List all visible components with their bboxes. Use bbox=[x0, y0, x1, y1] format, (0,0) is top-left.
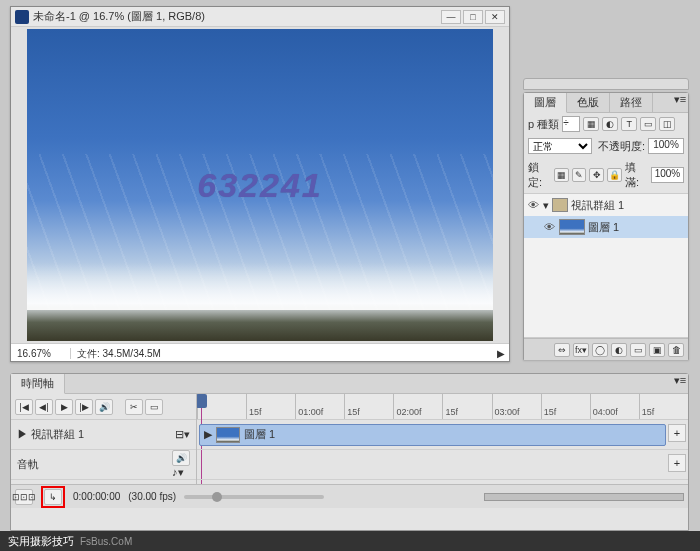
layers-panel: 圖層 色版 路徑 ▾≡ p 種類 ÷ ▦ ◐ T ▭ ◫ 正常 不透明度: 10… bbox=[523, 92, 689, 360]
group-icon[interactable]: ▭ bbox=[630, 343, 646, 357]
lock-all-icon[interactable]: 🔒 bbox=[607, 168, 622, 182]
layers-footer: ⇔ fx▾ ◯ ◐ ▭ ▣ 🗑 bbox=[524, 338, 688, 360]
layer-thumb bbox=[559, 219, 585, 235]
prev-frame-button[interactable]: ◀| bbox=[35, 399, 53, 415]
timeline-footer: ⊡⊡⊡ ↳ 0:00:00:00 (30.00 fps) bbox=[11, 484, 688, 508]
ruler-tick: 03:00f bbox=[492, 394, 541, 419]
audio-track-row[interactable]: + bbox=[197, 450, 688, 480]
panel-menu-icon[interactable]: ▾≡ bbox=[672, 93, 688, 112]
go-start-button[interactable]: |◀ bbox=[15, 399, 33, 415]
document-statusbar: 16.67% 文件: 34.5M/34.5M ▶ bbox=[11, 343, 509, 363]
timeline-tracks-area[interactable]: 15f 01:00f 15f 02:00f 15f 03:00f 15f 04:… bbox=[197, 394, 688, 484]
timeline-tabs: 時間軸 ▾≡ bbox=[11, 374, 688, 394]
status-arrow-icon[interactable]: ▶ bbox=[493, 348, 509, 359]
opacity-value[interactable]: 100% bbox=[648, 138, 684, 154]
video-track-name: 視訊群組 1 bbox=[31, 428, 84, 440]
filter-shape-icon[interactable]: ▭ bbox=[640, 117, 656, 131]
minimize-button[interactable]: — bbox=[441, 10, 461, 24]
tab-layers[interactable]: 圖層 bbox=[524, 93, 567, 113]
expand-icon[interactable]: ▶ bbox=[17, 428, 28, 440]
tab-channels[interactable]: 色版 bbox=[567, 93, 610, 112]
filter-pixel-icon[interactable]: ▦ bbox=[583, 117, 599, 131]
footer-brand: 实用摄影技巧 bbox=[8, 534, 74, 549]
timeline-scrollbar[interactable] bbox=[484, 493, 684, 501]
ruler-tick: 15f bbox=[541, 394, 590, 419]
lock-pixels-icon[interactable]: ✎ bbox=[572, 168, 587, 182]
visibility-toggle-icon[interactable]: 👁 bbox=[526, 199, 540, 211]
ruler-tick: 15f bbox=[639, 394, 688, 419]
add-media-button[interactable]: + bbox=[668, 424, 686, 442]
canvas-area[interactable]: 632241 bbox=[11, 27, 509, 343]
layer-tree: 👁 ▾ 視訊群組 1 👁 圖層 1 bbox=[524, 193, 688, 338]
app-icon bbox=[15, 10, 29, 24]
audio-track-header[interactable]: 音軌 🔊 ♪▾ bbox=[11, 450, 196, 480]
layer-row[interactable]: 👁 圖層 1 bbox=[524, 216, 688, 238]
lock-label: 鎖定: bbox=[528, 160, 551, 190]
watermark-text: 632241 bbox=[197, 166, 322, 205]
track-options-icon[interactable]: ⊟▾ bbox=[175, 428, 190, 441]
timeline-menu-icon[interactable]: ▾≡ bbox=[672, 374, 688, 393]
blend-mode-select[interactable]: 正常 bbox=[528, 138, 592, 154]
frame-mode-icon[interactable]: ⊡⊡⊡ bbox=[15, 489, 33, 505]
timecode[interactable]: 0:00:00:00 bbox=[73, 491, 120, 502]
kind-label: p 種類 bbox=[528, 117, 559, 132]
ruler-tick: 15f bbox=[344, 394, 393, 419]
audio-options-icon[interactable]: ♪▾ bbox=[172, 466, 184, 478]
kind-select[interactable]: ÷ bbox=[562, 116, 580, 132]
video-track-row[interactable]: ▶ 圖層 1 + bbox=[197, 420, 688, 450]
link-layers-icon[interactable]: ⇔ bbox=[554, 343, 570, 357]
lock-row: 鎖定: ▦ ✎ ✥ 🔒 填滿: 100% bbox=[524, 157, 688, 193]
lock-position-icon[interactable]: ✥ bbox=[589, 168, 604, 182]
mute-button[interactable]: 🔊 bbox=[95, 399, 113, 415]
group-name[interactable]: 視訊群組 1 bbox=[571, 198, 624, 213]
document-title: 未命名-1 @ 16.7% (圖層 1, RGB/8) bbox=[33, 9, 439, 24]
time-ruler[interactable]: 15f 01:00f 15f 02:00f 15f 03:00f 15f 04:… bbox=[197, 394, 688, 420]
fps-label[interactable]: (30.00 fps) bbox=[128, 491, 176, 502]
document-window: 未命名-1 @ 16.7% (圖層 1, RGB/8) — □ ✕ 632241… bbox=[10, 6, 510, 362]
transition-button[interactable]: ▭ bbox=[145, 399, 163, 415]
zoom-level[interactable]: 16.67% bbox=[11, 348, 71, 359]
next-frame-button[interactable]: |▶ bbox=[75, 399, 93, 415]
filter-adjust-icon[interactable]: ◐ bbox=[602, 117, 618, 131]
video-track-header[interactable]: ▶ 視訊群組 1 ⊟▾ bbox=[11, 420, 196, 450]
adjustment-icon[interactable]: ◐ bbox=[611, 343, 627, 357]
close-button[interactable]: ✕ bbox=[485, 10, 505, 24]
new-layer-icon[interactable]: ▣ bbox=[649, 343, 665, 357]
play-button[interactable]: ▶ bbox=[55, 399, 73, 415]
ruler-tick: 02:00f bbox=[393, 394, 442, 419]
add-audio-button[interactable]: + bbox=[668, 454, 686, 472]
footer-url: FsBus.CoM bbox=[80, 536, 132, 547]
fill-value[interactable]: 100% bbox=[651, 167, 684, 183]
split-button[interactable]: ✂ bbox=[125, 399, 143, 415]
layer-group-row[interactable]: 👁 ▾ 視訊群組 1 bbox=[524, 194, 688, 216]
render-highlight: ↳ bbox=[41, 486, 65, 508]
mask-icon[interactable]: ◯ bbox=[592, 343, 608, 357]
video-clip[interactable]: ▶ 圖層 1 bbox=[199, 424, 666, 446]
group-thumb-icon bbox=[552, 198, 568, 212]
audio-mute-icon[interactable]: 🔊 bbox=[172, 450, 190, 466]
filter-row: p 種類 ÷ ▦ ◐ T ▭ ◫ bbox=[524, 113, 688, 135]
ruler-tick: 15f bbox=[442, 394, 491, 419]
render-button[interactable]: ↳ bbox=[44, 489, 62, 505]
fx-icon[interactable]: fx▾ bbox=[573, 343, 589, 357]
timeline-panel: 時間軸 ▾≡ |◀ ◀| ▶ |▶ 🔊 ✂ ▭ ▶ 視訊群組 1 ⊟▾ 音軌 🔊… bbox=[10, 373, 689, 531]
lock-transparency-icon[interactable]: ▦ bbox=[554, 168, 569, 182]
panel-drag-handle[interactable] bbox=[523, 78, 689, 90]
panel-tabs: 圖層 色版 路徑 ▾≡ bbox=[524, 93, 688, 113]
filter-smart-icon[interactable]: ◫ bbox=[659, 117, 675, 131]
zoom-slider[interactable] bbox=[184, 495, 324, 499]
expand-icon[interactable]: ▾ bbox=[543, 199, 549, 212]
filter-type-icon[interactable]: T bbox=[621, 117, 637, 131]
trash-icon[interactable]: 🗑 bbox=[668, 343, 684, 357]
tab-paths[interactable]: 路徑 bbox=[610, 93, 653, 112]
tab-timeline[interactable]: 時間軸 bbox=[11, 374, 65, 394]
layer-name[interactable]: 圖層 1 bbox=[588, 220, 619, 235]
clip-expand-icon[interactable]: ▶ bbox=[204, 428, 212, 441]
ruler-tick: 04:00f bbox=[590, 394, 639, 419]
ruler-tick: 15f bbox=[246, 394, 295, 419]
clip-thumb bbox=[216, 427, 240, 443]
audio-track-name: 音軌 bbox=[17, 457, 39, 472]
visibility-toggle-icon[interactable]: 👁 bbox=[542, 221, 556, 233]
maximize-button[interactable]: □ bbox=[463, 10, 483, 24]
clip-name: 圖層 1 bbox=[244, 427, 275, 442]
